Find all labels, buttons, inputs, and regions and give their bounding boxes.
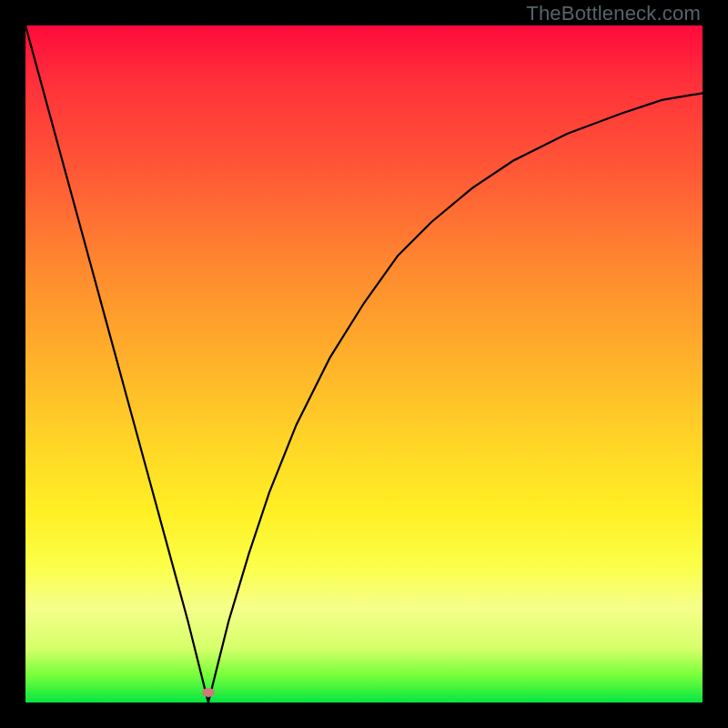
bottleneck-curve xyxy=(25,25,703,703)
curve-svg xyxy=(25,25,703,703)
chart-frame: TheBottleneck.com xyxy=(0,0,728,728)
watermark-text: TheBottleneck.com xyxy=(526,2,701,25)
plot-area xyxy=(25,25,703,703)
